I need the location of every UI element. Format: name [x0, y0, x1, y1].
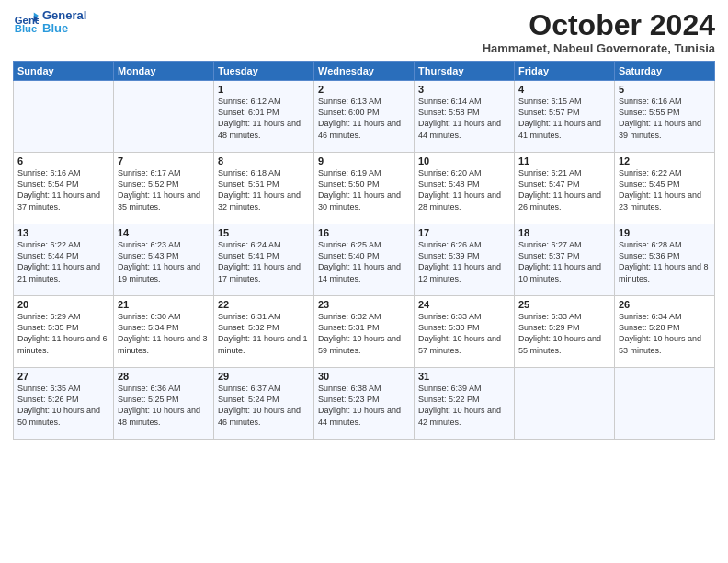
week-row-4: 20Sunrise: 6:29 AMSunset: 5:35 PMDayligh…: [14, 296, 715, 368]
week-row-1: 1Sunrise: 6:12 AMSunset: 6:01 PMDaylight…: [14, 81, 715, 153]
calendar-cell: 5Sunrise: 6:16 AMSunset: 5:55 PMDaylight…: [615, 81, 715, 153]
calendar-cell: 9Sunrise: 6:19 AMSunset: 5:50 PMDaylight…: [314, 153, 415, 224]
day-detail: Sunrise: 6:25 AMSunset: 5:40 PMDaylight:…: [318, 239, 410, 284]
day-detail: Sunrise: 6:24 AMSunset: 5:41 PMDaylight:…: [218, 239, 310, 284]
weekday-header-thursday: Thursday: [415, 62, 515, 81]
day-number: 6: [17, 155, 109, 167]
calendar-location: Hammamet, Nabeul Governorate, Tunisia: [483, 41, 715, 55]
calendar-cell: 27Sunrise: 6:35 AMSunset: 5:26 PMDayligh…: [14, 368, 114, 440]
day-number: 1: [218, 84, 310, 95]
day-detail: Sunrise: 6:36 AMSunset: 5:25 PMDaylight:…: [118, 383, 210, 428]
day-detail: Sunrise: 6:27 AMSunset: 5:37 PMDaylight:…: [518, 239, 610, 284]
day-detail: Sunrise: 6:23 AMSunset: 5:43 PMDaylight:…: [118, 239, 210, 284]
calendar-cell: 20Sunrise: 6:29 AMSunset: 5:35 PMDayligh…: [14, 296, 114, 368]
day-number: 17: [418, 227, 510, 238]
calendar-cell: 8Sunrise: 6:18 AMSunset: 5:51 PMDaylight…: [214, 153, 314, 224]
calendar-cell: 17Sunrise: 6:26 AMSunset: 5:39 PMDayligh…: [415, 224, 515, 296]
day-number: 24: [418, 299, 510, 310]
day-number: 30: [318, 371, 410, 382]
day-detail: Sunrise: 6:22 AMSunset: 5:44 PMDaylight:…: [17, 239, 109, 284]
calendar-cell: 4Sunrise: 6:15 AMSunset: 5:57 PMDaylight…: [515, 81, 615, 153]
day-detail: Sunrise: 6:29 AMSunset: 5:35 PMDaylight:…: [17, 311, 109, 356]
weekday-header-sunday: Sunday: [14, 62, 114, 81]
day-number: 9: [318, 155, 410, 167]
day-detail: Sunrise: 6:22 AMSunset: 5:45 PMDaylight:…: [619, 167, 711, 213]
calendar-title: October 2024: [483, 9, 715, 41]
day-number: 2: [318, 84, 410, 95]
day-detail: Sunrise: 6:35 AMSunset: 5:26 PMDaylight:…: [17, 383, 109, 428]
day-number: 20: [17, 299, 109, 310]
weekday-header-monday: Monday: [114, 62, 214, 81]
day-number: 12: [619, 155, 711, 167]
day-number: 21: [118, 299, 210, 310]
calendar-cell: 3Sunrise: 6:14 AMSunset: 5:58 PMDaylight…: [415, 81, 515, 153]
week-row-2: 6Sunrise: 6:16 AMSunset: 5:54 PMDaylight…: [14, 153, 715, 224]
calendar-cell: 11Sunrise: 6:21 AMSunset: 5:47 PMDayligh…: [515, 153, 615, 224]
calendar-cell: [114, 81, 214, 153]
day-detail: Sunrise: 6:16 AMSunset: 5:55 PMDaylight:…: [619, 96, 711, 141]
weekday-header-tuesday: Tuesday: [214, 62, 314, 81]
calendar-cell: 2Sunrise: 6:13 AMSunset: 6:00 PMDaylight…: [314, 81, 415, 153]
svg-text:Blue: Blue: [15, 23, 38, 34]
day-detail: Sunrise: 6:19 AMSunset: 5:50 PMDaylight:…: [318, 167, 410, 213]
day-detail: Sunrise: 6:18 AMSunset: 5:51 PMDaylight:…: [218, 167, 310, 213]
calendar-cell: 15Sunrise: 6:24 AMSunset: 5:41 PMDayligh…: [214, 224, 314, 296]
logo-general: General: [42, 9, 86, 22]
calendar-cell: 18Sunrise: 6:27 AMSunset: 5:37 PMDayligh…: [515, 224, 615, 296]
day-detail: Sunrise: 6:12 AMSunset: 6:01 PMDaylight:…: [218, 96, 310, 141]
day-number: 29: [218, 371, 310, 382]
day-detail: Sunrise: 6:15 AMSunset: 5:57 PMDaylight:…: [518, 96, 610, 141]
day-detail: Sunrise: 6:38 AMSunset: 5:23 PMDaylight:…: [318, 383, 410, 428]
calendar-cell: 30Sunrise: 6:38 AMSunset: 5:23 PMDayligh…: [314, 368, 415, 440]
day-detail: Sunrise: 6:31 AMSunset: 5:32 PMDaylight:…: [218, 311, 310, 356]
day-number: 10: [418, 155, 510, 167]
day-detail: Sunrise: 6:26 AMSunset: 5:39 PMDaylight:…: [418, 239, 510, 284]
calendar-cell: 31Sunrise: 6:39 AMSunset: 5:22 PMDayligh…: [415, 368, 515, 440]
calendar-cell: 23Sunrise: 6:32 AMSunset: 5:31 PMDayligh…: [314, 296, 415, 368]
day-detail: Sunrise: 6:37 AMSunset: 5:24 PMDaylight:…: [218, 383, 310, 428]
day-detail: Sunrise: 6:16 AMSunset: 5:54 PMDaylight:…: [17, 167, 109, 213]
day-number: 31: [418, 371, 510, 382]
day-detail: Sunrise: 6:33 AMSunset: 5:29 PMDaylight:…: [518, 311, 610, 356]
logo-icon: General Blue: [13, 9, 39, 35]
calendar-cell: 28Sunrise: 6:36 AMSunset: 5:25 PMDayligh…: [114, 368, 214, 440]
calendar-cell: 6Sunrise: 6:16 AMSunset: 5:54 PMDaylight…: [14, 153, 114, 224]
header: General Blue General Blue October 2024 H…: [13, 9, 715, 55]
day-number: 14: [118, 227, 210, 238]
calendar-cell: 1Sunrise: 6:12 AMSunset: 6:01 PMDaylight…: [214, 81, 314, 153]
week-row-3: 13Sunrise: 6:22 AMSunset: 5:44 PMDayligh…: [14, 224, 715, 296]
calendar-cell: 25Sunrise: 6:33 AMSunset: 5:29 PMDayligh…: [515, 296, 615, 368]
calendar-cell: 13Sunrise: 6:22 AMSunset: 5:44 PMDayligh…: [14, 224, 114, 296]
day-detail: Sunrise: 6:32 AMSunset: 5:31 PMDaylight:…: [318, 311, 410, 356]
calendar-cell: 7Sunrise: 6:17 AMSunset: 5:52 PMDaylight…: [114, 153, 214, 224]
calendar-cell: 14Sunrise: 6:23 AMSunset: 5:43 PMDayligh…: [114, 224, 214, 296]
weekday-header-row: SundayMondayTuesdayWednesdayThursdayFrid…: [14, 62, 715, 81]
day-number: 26: [619, 299, 711, 310]
calendar-page: General Blue General Blue October 2024 H…: [0, 0, 728, 563]
weekday-header-wednesday: Wednesday: [314, 62, 415, 81]
day-detail: Sunrise: 6:14 AMSunset: 5:58 PMDaylight:…: [418, 96, 510, 141]
day-number: 16: [318, 227, 410, 238]
weekday-header-friday: Friday: [515, 62, 615, 81]
day-number: 11: [518, 155, 610, 167]
day-detail: Sunrise: 6:30 AMSunset: 5:34 PMDaylight:…: [118, 311, 210, 356]
calendar-cell: 12Sunrise: 6:22 AMSunset: 5:45 PMDayligh…: [615, 153, 715, 224]
day-detail: Sunrise: 6:17 AMSunset: 5:52 PMDaylight:…: [118, 167, 210, 213]
day-number: 27: [17, 371, 109, 382]
day-detail: Sunrise: 6:20 AMSunset: 5:48 PMDaylight:…: [418, 167, 510, 213]
day-number: 25: [518, 299, 610, 310]
day-number: 4: [518, 84, 610, 95]
weekday-header-saturday: Saturday: [615, 62, 715, 81]
day-detail: Sunrise: 6:39 AMSunset: 5:22 PMDaylight:…: [418, 383, 510, 428]
day-detail: Sunrise: 6:21 AMSunset: 5:47 PMDaylight:…: [518, 167, 610, 213]
day-number: 5: [619, 84, 711, 95]
day-number: 7: [118, 155, 210, 167]
day-number: 28: [118, 371, 210, 382]
calendar-cell: 22Sunrise: 6:31 AMSunset: 5:32 PMDayligh…: [214, 296, 314, 368]
calendar-cell: [515, 368, 615, 440]
day-number: 22: [218, 299, 310, 310]
day-number: 13: [17, 227, 109, 238]
day-number: 3: [418, 84, 510, 95]
calendar-cell: [14, 81, 114, 153]
day-number: 18: [518, 227, 610, 238]
